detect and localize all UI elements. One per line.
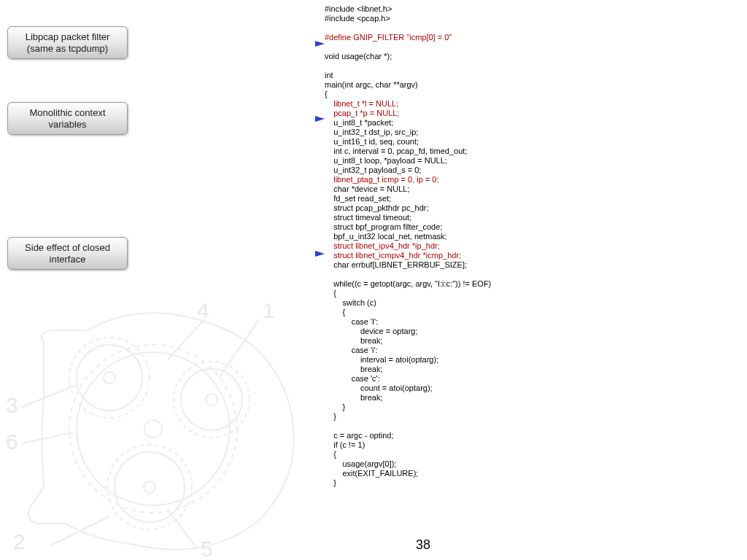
svg-line-19: [168, 319, 204, 359]
callout-line: Side effect of closed: [25, 242, 110, 253]
gear-label-3: 3: [6, 393, 18, 417]
callout-line: interface: [50, 254, 86, 265]
page-number: 38: [416, 537, 430, 553]
callout-line: variables: [48, 119, 86, 130]
svg-line-22: [51, 516, 109, 545]
gear-label-1: 1: [263, 298, 275, 322]
svg-line-20: [22, 385, 77, 407]
svg-line-18: [219, 319, 259, 378]
svg-point-13: [174, 362, 249, 438]
callout-monolithic: Monolithic context variables: [7, 102, 128, 135]
gear-label-4: 4: [197, 298, 209, 322]
callout-line: Monolithic context: [29, 107, 105, 118]
svg-point-17: [144, 481, 155, 493]
svg-point-10: [69, 338, 150, 418]
svg-point-8: [69, 345, 237, 513]
gear-label-2: 2: [13, 529, 26, 553]
callout-side-effect: Side effect of closed interface: [7, 237, 128, 270]
svg-point-14: [206, 394, 217, 405]
svg-line-21: [22, 432, 73, 443]
callout-line: (same as tcpdump): [27, 43, 108, 54]
svg-point-16: [107, 445, 192, 529]
svg-point-15: [115, 452, 185, 522]
svg-point-7: [144, 420, 162, 438]
svg-marker-5: [315, 251, 325, 257]
callout-libpcap: Libpcap packet filter (same as tcpdump): [7, 26, 128, 59]
svg-marker-1: [315, 41, 325, 47]
gear-label-5: 5: [201, 537, 213, 560]
svg-marker-3: [315, 116, 325, 122]
gear-label-6: 6: [6, 429, 18, 454]
code-block: #include <libnet.h> #include <pcap.h> #d…: [325, 4, 491, 488]
svg-point-11: [104, 372, 115, 384]
svg-line-23: [168, 509, 197, 549]
callout-line: Libpcap packet filter: [26, 31, 110, 42]
gears-background: 1 2 3 4 5 6: [0, 290, 314, 560]
